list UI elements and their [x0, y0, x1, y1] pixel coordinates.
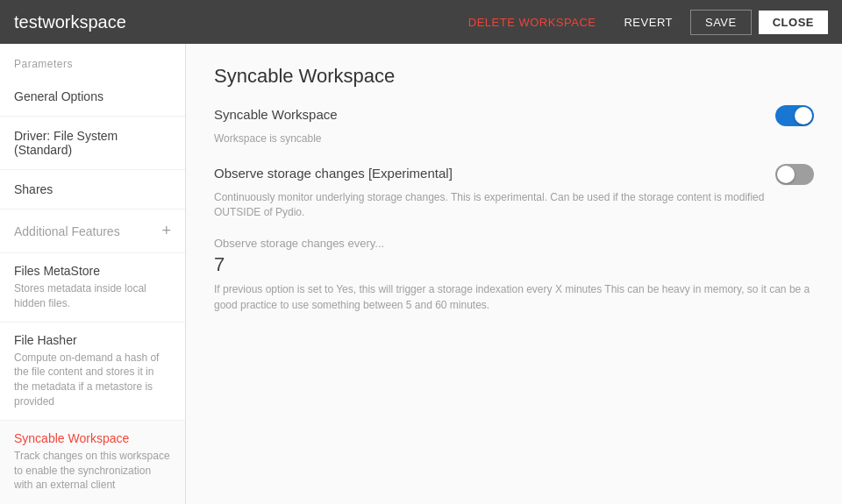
- app-title: testworkspace: [14, 12, 126, 32]
- interval-hint: If previous option is set to Yes, this w…: [214, 281, 814, 313]
- content-area: Syncable Workspace Syncable Workspace Wo…: [186, 44, 842, 504]
- observe-storage-toggle[interactable]: [775, 164, 814, 185]
- page-title: Syncable Workspace: [214, 65, 814, 88]
- sidebar-item-driver[interactable]: Driver: File System (Standard): [0, 117, 185, 170]
- sidebar: Parameters General Options Driver: File …: [0, 44, 186, 504]
- save-button[interactable]: SAVE: [690, 10, 752, 35]
- delete-workspace-button[interactable]: DELETE WORKSPACE: [458, 11, 607, 34]
- revert-button[interactable]: REVERT: [613, 11, 683, 34]
- syncable-workspace-toggle[interactable]: [775, 105, 814, 126]
- interval-value: 7: [214, 253, 814, 276]
- syncable-workspace-sublabel: Workspace is syncable: [214, 131, 814, 146]
- main-layout: Parameters General Options Driver: File …: [0, 44, 842, 504]
- sidebar-item-file-hasher[interactable]: File Hasher Compute on-demand a hash of …: [0, 323, 185, 421]
- toggle-track-2: [775, 164, 814, 185]
- sidebar-section-parameters: Parameters: [0, 44, 185, 77]
- sidebar-item-syncable-workspace[interactable]: Syncable Workspace Track changes on this…: [0, 421, 185, 504]
- observe-storage-sublabel: Continuously monitor underlying storage …: [214, 190, 814, 220]
- interval-label: Observe storage changes every...: [214, 237, 814, 250]
- sidebar-item-files-metastore[interactable]: Files MetaStore Stores metadata inside l…: [0, 253, 185, 323]
- close-button[interactable]: CLOSE: [759, 11, 828, 34]
- observe-storage-label: Observe storage changes [Experimental]: [214, 164, 453, 181]
- syncable-workspace-label: Syncable Workspace: [214, 105, 338, 122]
- remove-feature-button[interactable]: REMOVE FEATURE: [14, 500, 171, 504]
- sidebar-item-shares[interactable]: Shares: [0, 170, 185, 209]
- add-feature-icon[interactable]: +: [161, 222, 171, 240]
- toggle-knob: [795, 107, 812, 124]
- setting-observe-storage: Observe storage changes [Experimental]: [214, 164, 814, 185]
- sidebar-section-additional-features: Additional Features +: [0, 209, 185, 253]
- toggle-knob-2: [777, 166, 795, 183]
- app-header: testworkspace DELETE WORKSPACE REVERT SA…: [0, 0, 842, 44]
- sidebar-item-general-options[interactable]: General Options: [0, 77, 185, 117]
- toggle-track: [775, 105, 814, 126]
- header-actions: DELETE WORKSPACE REVERT SAVE CLOSE: [458, 10, 828, 35]
- setting-syncable-workspace: Syncable Workspace: [214, 105, 814, 126]
